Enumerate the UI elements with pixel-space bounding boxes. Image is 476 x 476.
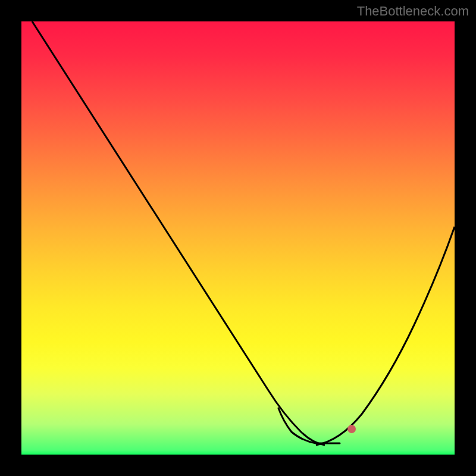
watermark-text: TheBottleneck.com	[357, 4, 469, 19]
bottleneck-chart	[21, 21, 455, 455]
curve-left-branch	[32, 21, 325, 445]
curve-right-branch	[316, 227, 455, 445]
chart-plot-area	[21, 21, 455, 455]
optimal-point-marker	[347, 425, 356, 433]
